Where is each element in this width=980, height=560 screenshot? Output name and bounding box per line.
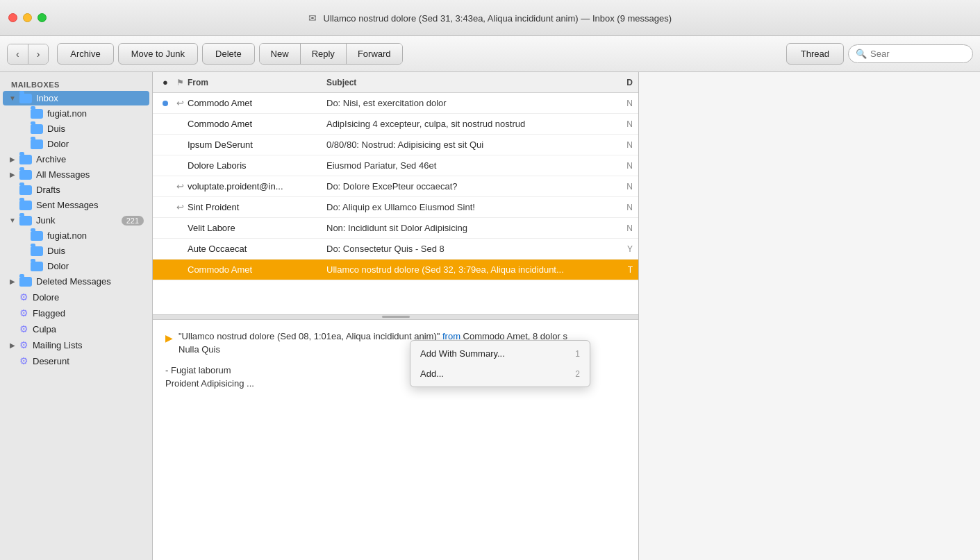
message-list-header: ● ⚑ From Subject D	[153, 72, 638, 93]
archive-button[interactable]: Archive	[57, 43, 113, 65]
message-row[interactable]: Commodo AmetUllamco nostrud dolore (Sed …	[153, 260, 638, 280]
folder-icon	[19, 94, 32, 103]
context-menu-item-add[interactable]: Add...2	[410, 364, 590, 384]
message-row[interactable]: ↩voluptate.proident@in...Do: Dolore Exce…	[153, 176, 638, 197]
message-date: N	[591, 99, 633, 108]
reply-arrow-icon: ↩	[176, 202, 184, 212]
folder-icon	[31, 231, 43, 241]
context-menu-item-label: Add...	[420, 368, 561, 379]
context-menu-shortcut: 2	[575, 369, 580, 379]
sidebar-item-label: Drafts	[36, 185, 144, 195]
folder-icon	[31, 124, 43, 134]
sidebar-item-inbox[interactable]: ▼Inbox	[3, 91, 149, 105]
divider-handle	[382, 316, 410, 318]
message-subject: Do: Aliquip ex Ullamco Eiusmod Sint!	[326, 202, 591, 212]
forward-button[interactable]: ›	[28, 44, 49, 64]
message-date: N	[591, 119, 633, 129]
sidebar-item-deleted-messages[interactable]: ▶Deleted Messages	[3, 274, 149, 289]
sidebar-item-dolore[interactable]: ⚙Dolore	[3, 289, 149, 305]
sidebar-item-deserunt[interactable]: ⚙Deserunt	[3, 353, 149, 368]
sidebar-item-drafts[interactable]: Drafts	[3, 183, 149, 197]
message-unread-indicator	[158, 101, 172, 106]
folder-icon	[31, 262, 43, 271]
message-date: N	[591, 161, 633, 171]
message-from: Commodo Amet	[188, 119, 326, 129]
message-date: N	[591, 182, 633, 192]
message-row[interactable]: Velit LaboreNon: Incididunt sit Dolor Ad…	[153, 218, 638, 239]
smart-mailbox-icon: ⚙	[19, 291, 28, 303]
sidebar-item-dolor-junk[interactable]: Dolor	[3, 259, 149, 273]
window-title: ✉ Ullamco nostrud dolore (Sed 31, 3:43ea…	[308, 12, 672, 24]
sidebar-item-label: Deserunt	[33, 356, 144, 366]
sidebar-item-label: Deleted Messages	[36, 276, 144, 287]
pane-divider[interactable]	[153, 314, 638, 320]
sidebar-item-flagged[interactable]: ⚙Flagged	[3, 305, 149, 321]
message-flag: ↩	[172, 202, 188, 212]
context-menu-item-label: Add With Summary...	[420, 348, 561, 359]
sidebar-badge: 221	[122, 216, 144, 226]
message-list: ↩Commodo AmetDo: Nisi, est exercitation …	[153, 93, 638, 314]
forward-btn[interactable]: Forward	[347, 44, 402, 64]
chevron-icon: ▼	[8, 217, 17, 224]
back-button[interactable]: ‹	[8, 44, 28, 64]
message-from: Sint Proident	[188, 202, 326, 212]
sidebar-item-mailing-lists[interactable]: ▶⚙Mailing Lists	[3, 337, 149, 353]
message-subject: Do: Dolore ExcePteur occaecat?	[326, 181, 591, 192]
sidebar-item-archive[interactable]: ▶Archive	[3, 152, 149, 167]
sidebar-item-duis-inbox[interactable]: Duis	[3, 121, 149, 136]
message-flag: ↩	[172, 98, 188, 108]
message-row[interactable]: Commodo AmetAdipIsicing 4 excepteur, cul…	[153, 114, 638, 135]
col-flag-header: ⚑	[172, 78, 188, 87]
sidebar-item-label: Dolore	[33, 292, 144, 303]
message-from: Dolore Laboris	[188, 160, 326, 171]
message-row[interactable]: Ipsum DeSerunt0/80/80: Nostrud: Adipisic…	[153, 135, 638, 155]
titlebar: ✉ Ullamco nostrud dolore (Sed 31, 3:43ea…	[0, 0, 980, 36]
folder-icon	[31, 139, 43, 149]
message-from: voluptate.proident@in...	[188, 181, 326, 192]
smart-mailbox-icon: ⚙	[19, 307, 28, 319]
delete-button[interactable]: Delete	[202, 43, 255, 65]
sidebar-item-duis-junk[interactable]: Duis	[3, 244, 149, 258]
sidebar-item-fugiat-non-inbox[interactable]: fugiat.non	[3, 106, 149, 121]
sidebar-item-fugiat-non-junk[interactable]: fugiat.non	[3, 228, 149, 243]
traffic-lights	[8, 13, 47, 22]
message-date: T	[591, 265, 633, 275]
search-input[interactable]	[870, 49, 965, 59]
sidebar-item-junk[interactable]: ▼Junk221	[3, 213, 149, 228]
title-text: Ullamco nostrud dolore (Sed 31, 3:43ea, …	[324, 13, 672, 24]
message-row[interactable]: Dolore LaborisEiusmod Pariatur, Sed 46et…	[153, 155, 638, 176]
message-row[interactable]: Aute OccaecatDo: Consectetur Quis - Sed …	[153, 239, 638, 260]
sidebar-item-label: Junk	[36, 215, 119, 226]
reply-button[interactable]: Reply	[301, 44, 347, 64]
chevron-icon: ▶	[8, 171, 17, 178]
message-subject: Do: Nisi, est exercitation dolor	[326, 98, 591, 108]
maximize-button[interactable]	[38, 13, 47, 22]
new-button[interactable]: New	[260, 44, 301, 64]
reply-arrow-icon: ↩	[176, 181, 184, 192]
folder-icon	[19, 170, 32, 180]
smart-mailbox-icon: ⚙	[19, 339, 28, 350]
folder-icon	[19, 201, 32, 210]
sidebar-item-culpa[interactable]: ⚙Culpa	[3, 321, 149, 337]
col-date-header: D	[591, 78, 633, 87]
col-subject-header: Subject	[326, 78, 591, 87]
sidebar-item-label: Culpa	[33, 324, 144, 334]
sidebar-item-label: fugiat.non	[47, 108, 144, 119]
thread-button[interactable]: Thread	[786, 43, 844, 65]
sidebar-item-dolor-inbox[interactable]: Dolor	[3, 137, 149, 151]
message-row[interactable]: ↩Sint ProidentDo: Aliquip ex Ullamco Eiu…	[153, 197, 638, 218]
message-row[interactable]: ↩Commodo AmetDo: Nisi, est exercitation …	[153, 93, 638, 114]
minimize-button[interactable]	[23, 13, 32, 22]
sidebar-item-label: Duis	[47, 246, 144, 256]
message-subject: Do: Consectetur Quis - Sed 8	[326, 244, 591, 254]
unread-dot	[163, 101, 168, 106]
message-date: Y	[591, 244, 633, 254]
search-box[interactable]: 🔍	[848, 44, 973, 63]
sidebar-item-all-messages[interactable]: ▶All Messages	[3, 167, 149, 182]
preview-quote-text: "Ullamco nostrud dolore (Sed 08, 1:01ea,…	[178, 331, 440, 341]
context-menu-item-add-with-summary[interactable]: Add With Summary...1	[410, 343, 590, 364]
close-button[interactable]	[8, 13, 17, 22]
move-to-junk-button[interactable]: Move to Junk	[118, 43, 198, 65]
sidebar-item-sent-messages[interactable]: Sent Messages	[3, 198, 149, 212]
message-subject: Eiusmod Pariatur, Sed 46et	[326, 160, 591, 171]
